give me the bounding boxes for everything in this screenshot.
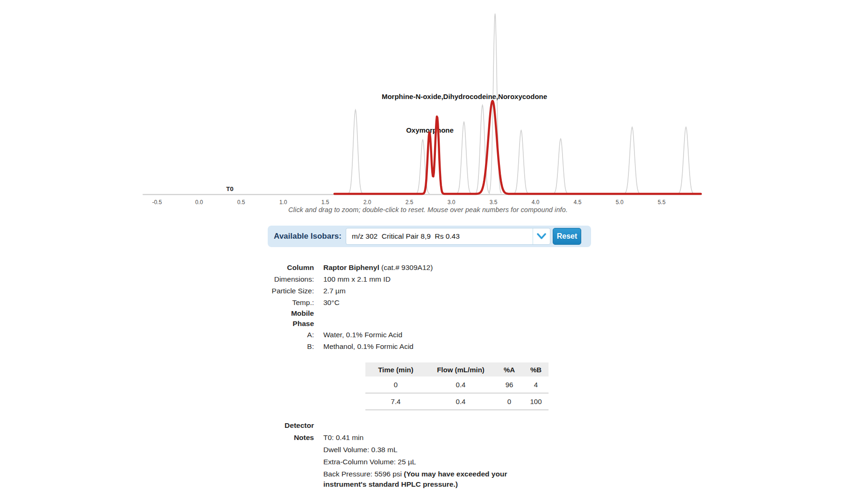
notes-label: Notes (210, 432, 314, 444)
gradient-cell-time: 7.4 (365, 393, 426, 410)
t0-label: T0 (226, 185, 234, 192)
gradient-header-row: Time (min) Flow (mL/min) %A %B (365, 362, 549, 376)
x-tick-label: 0.5 (237, 199, 245, 206)
method-value: Methanol, 0.1% Formic Acid (323, 341, 413, 352)
x-tick-label: 3.0 (448, 199, 456, 206)
background-peak (678, 127, 694, 194)
method-label: Column (210, 262, 314, 273)
notes-row-back-pressure: Back Pressure: 5596 psi (You may have ex… (210, 468, 547, 489)
gradient-cell-flow: 0.4 (426, 393, 495, 410)
gradient-table: Time (min) Flow (mL/min) %A %B 0 0.4 96 … (365, 362, 549, 410)
method-row-phase: Phase (210, 319, 433, 329)
notes-row-t0: Notes T0: 0.41 min (210, 432, 547, 444)
detector-label: Detector (210, 419, 314, 432)
isobars-label: Available Isobars: (274, 226, 342, 247)
notes-row-dwell-volume: Dwell Volume: 0.38 mL (210, 444, 547, 456)
x-tick-label: 2.5 (406, 199, 413, 206)
reset-button[interactable]: Reset (553, 228, 581, 245)
x-tick-label: 5.5 (658, 199, 666, 206)
ezlc-method-simulator-page: -0.50.00.51.01.52.02.53.03.54.04.55.05.5… (0, 0, 841, 504)
method-label: Phase (210, 319, 314, 329)
method-label: Mobile (210, 308, 314, 319)
method-value: Raptor Biphenyl (cat.# 9309A12) (323, 262, 433, 273)
x-tick-label: 1.0 (279, 199, 287, 206)
note-dwell-volume: Dwell Volume: 0.38 mL (323, 444, 398, 456)
x-tick-label: 1.5 (321, 199, 329, 206)
background-peak (514, 130, 529, 194)
x-tick-label: 2.0 (363, 199, 371, 206)
gradient-header-percent-b: %B (523, 362, 549, 376)
x-tick-label: 4.5 (574, 199, 582, 206)
background-peak (553, 139, 568, 194)
gradient-cell-percent-b: 4 (523, 376, 549, 393)
gradient-row: 7.4 0.4 0 100 (365, 393, 549, 410)
back-pressure-value: Back Pressure: 5596 psi (323, 470, 404, 478)
peak-annotation: Morphine-N-oxide,Dihydrocodeine,Noroxyco… (382, 92, 547, 100)
method-label: Temp.: (210, 297, 314, 308)
method-row-column: Column Raptor Biphenyl (cat.# 9309A12) (210, 262, 433, 273)
gradient-cell-flow: 0.4 (426, 376, 495, 393)
method-value: 100 mm x 2.1 mm ID (323, 273, 391, 285)
method-row-temp: Temp.: 30°C (210, 297, 433, 308)
column-name: Raptor Biphenyl (323, 263, 379, 271)
column-cat-number: (cat.# 9309A12) (379, 263, 433, 271)
x-tick-label: 5.0 (616, 199, 624, 206)
gradient-cell-percent-b: 100 (523, 393, 549, 410)
x-tick-label: 0.0 (195, 199, 203, 206)
method-label: Particle Size: (210, 285, 314, 297)
method-value: Water, 0.1% Formic Acid (323, 329, 402, 341)
method-row-mobile-a: A: Water, 0.1% Formic Acid (210, 329, 433, 341)
gradient-header-percent-a: %A (495, 362, 523, 376)
chevron-down-icon[interactable] (533, 228, 550, 244)
method-row-mobile: Mobile (210, 308, 433, 319)
isobars-bar: Available Isobars: m/z 302 Critical Pair… (268, 226, 591, 247)
method-label: B: (210, 341, 314, 352)
method-label: A: (210, 329, 314, 341)
isobars-dropdown[interactable]: m/z 302 Critical Pair 8,9 Rs 0.43 (346, 228, 550, 245)
background-peak (624, 127, 640, 194)
gradient-cell-time: 0 (365, 376, 426, 393)
method-row-particle-size: Particle Size: 2.7 µm (210, 285, 433, 297)
gradient-cell-percent-a: 0 (495, 393, 523, 410)
method-value: 30°C (323, 297, 340, 308)
method-row-mobile-b: B: Methanol, 0.1% Formic Acid (210, 341, 433, 352)
gradient-header-time: Time (min) (365, 362, 426, 376)
method-details: Column Raptor Biphenyl (cat.# 9309A12) D… (210, 262, 433, 352)
method-label: Dimensions: (210, 273, 314, 285)
gradient-header-flow: Flow (mL/min) (426, 362, 495, 376)
notes-row-extra-column-volume: Extra-Column Volume: 25 µL (210, 456, 547, 468)
x-tick-label: 4.0 (532, 199, 540, 206)
chart-caption: Click and drag to zoom; double-click to … (187, 206, 669, 213)
gradient-row: 0 0.4 96 4 (365, 376, 549, 393)
note-t0: T0: 0.41 min (323, 432, 363, 444)
background-peak (456, 122, 471, 194)
detector-row: Detector (210, 419, 547, 432)
background-peak (348, 110, 363, 193)
isobars-selected-value: m/z 302 Critical Pair 8,9 Rs 0.43 (352, 228, 460, 244)
note-back-pressure: Back Pressure: 5596 psi (You may have ex… (323, 468, 547, 489)
x-tick-label: -0.5 (152, 199, 162, 206)
method-row-dimensions: Dimensions: 100 mm x 2.1 mm ID (210, 273, 433, 285)
note-extra-column-volume: Extra-Column Volume: 25 µL (323, 456, 416, 468)
gradient-cell-percent-a: 96 (495, 376, 523, 393)
x-tick-label: 3.5 (490, 199, 498, 206)
method-value: 2.7 µm (323, 285, 346, 297)
chromatogram-plot[interactable]: -0.50.00.51.01.52.02.53.03.54.04.55.05.5… (0, 0, 841, 220)
detector-notes: Detector Notes T0: 0.41 min Dwell Volume… (210, 419, 547, 489)
